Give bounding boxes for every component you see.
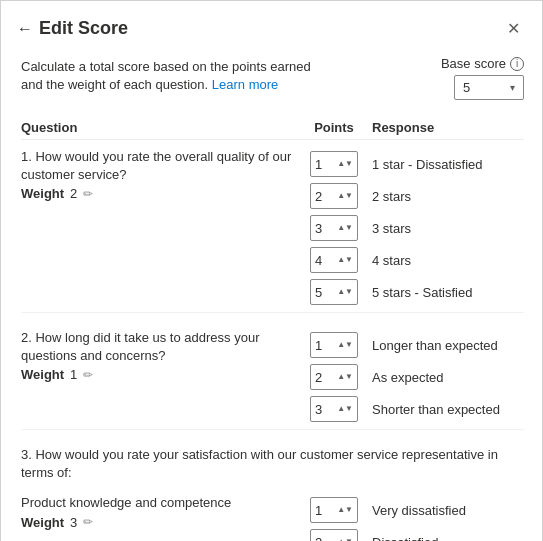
q1-points-input-4[interactable]: 4 ▲▼ xyxy=(310,247,358,273)
modal-header: ← Edit Score ✕ xyxy=(1,1,543,50)
q1-spinner-2[interactable]: ▲▼ xyxy=(337,192,353,200)
q2-text: 2. How long did it take us to address yo… xyxy=(21,329,304,365)
q1-weight-value: 2 xyxy=(70,186,77,201)
base-score-section: Base score i 5 ▾ xyxy=(404,56,524,100)
q1-response-text-2: 2 stars xyxy=(364,189,524,204)
back-icon: ← xyxy=(17,20,33,38)
q3-sub1-weight-label: Weight xyxy=(21,515,64,530)
q3-sub1-question-col: Product knowledge and competence Weight … xyxy=(21,494,304,541)
q2-points-input-3[interactable]: 3 ▲▼ xyxy=(310,396,358,422)
q3-sub1-edit-icon[interactable]: ✏ xyxy=(83,515,93,529)
q2-response-3: 3 ▲▼ Shorter than expected xyxy=(304,393,524,425)
modal-title: Edit Score xyxy=(39,18,503,39)
question-block-3: 3. How would you rate your satisfaction … xyxy=(21,438,524,541)
q1-response-2: 2 ▲▼ 2 stars xyxy=(304,180,524,212)
q1-spinner-1[interactable]: ▲▼ xyxy=(337,160,353,168)
q3-sub1-response-2: 2 ▲▼ Dissatisfied xyxy=(304,526,524,541)
back-button[interactable]: ← xyxy=(17,18,39,40)
edit-score-modal: ← Edit Score ✕ Calculate a total score b… xyxy=(1,1,543,541)
q2-row: 2. How long did it take us to address yo… xyxy=(21,321,524,430)
q1-spinner-5[interactable]: ▲▼ xyxy=(337,288,353,296)
q1-question-col: 1. How would you rate the overall qualit… xyxy=(21,148,304,308)
base-score-value: 5 xyxy=(463,80,470,95)
base-score-text: Base score xyxy=(441,56,506,71)
q2-spinner-2[interactable]: ▲▼ xyxy=(337,373,353,381)
q3-sub1-response-text-2: Dissatisfied xyxy=(364,535,524,541)
q1-response-3: 3 ▲▼ 3 stars xyxy=(304,212,524,244)
q3-sub1-label: Product knowledge and competence xyxy=(21,494,304,512)
q2-response-2: 2 ▲▼ As expected xyxy=(304,361,524,393)
q1-response-1: 1 ▲▼ 1 star - Dissatisfied xyxy=(304,148,524,180)
q1-edit-icon[interactable]: ✏ xyxy=(83,187,93,201)
q2-spinner-1[interactable]: ▲▼ xyxy=(337,341,353,349)
q1-responses-col: 1 ▲▼ 1 star - Dissatisfied 2 ▲▼ xyxy=(304,148,524,308)
table-header: Question Points Response xyxy=(21,112,524,140)
q1-response-text-5: 5 stars - Satisfied xyxy=(364,285,524,300)
q1-response-text-1: 1 star - Dissatisfied xyxy=(364,157,524,172)
q3-sub1-weight-value: 3 xyxy=(70,515,77,530)
q3-sub1-points-2-wrap: 2 ▲▼ xyxy=(304,529,364,541)
q2-response-text-2: As expected xyxy=(364,370,524,385)
col-header-points: Points xyxy=(304,120,364,135)
q1-points-input-3[interactable]: 3 ▲▼ xyxy=(310,215,358,241)
q3-sub1-spinner-1[interactable]: ▲▼ xyxy=(337,506,353,514)
q1-points-2-wrap: 2 ▲▼ xyxy=(304,183,364,209)
info-icon[interactable]: i xyxy=(510,57,524,71)
q3-sub1-points-input-2[interactable]: 2 ▲▼ xyxy=(310,529,358,541)
q2-points-1-wrap: 1 ▲▼ xyxy=(304,332,364,358)
q1-row: 1. How would you rate the overall qualit… xyxy=(21,140,524,313)
q3-sub1-responses-col: 1 ▲▼ Very dissatisfied 2 ▲▼ xyxy=(304,494,524,541)
q2-response-text-3: Shorter than expected xyxy=(364,402,524,417)
learn-more-link[interactable]: Learn more xyxy=(212,77,278,92)
q3-sub1-response-1: 1 ▲▼ Very dissatisfied xyxy=(304,494,524,526)
question-block-2: 2. How long did it take us to address yo… xyxy=(21,321,524,430)
q1-response-5: 5 ▲▼ 5 stars - Satisfied xyxy=(304,276,524,308)
q2-weight-label: Weight xyxy=(21,367,64,382)
q1-points-3-wrap: 3 ▲▼ xyxy=(304,215,364,241)
q2-question-col: 2. How long did it take us to address yo… xyxy=(21,329,304,425)
q1-response-4: 4 ▲▼ 4 stars xyxy=(304,244,524,276)
modal-content: Calculate a total score based on the poi… xyxy=(1,50,543,541)
close-icon: ✕ xyxy=(507,20,520,37)
q2-response-text-1: Longer than expected xyxy=(364,338,524,353)
description-block: Calculate a total score based on the poi… xyxy=(21,58,331,94)
q1-points-1-wrap: 1 ▲▼ xyxy=(304,151,364,177)
q1-response-text-3: 3 stars xyxy=(364,221,524,236)
q2-weight-value: 1 xyxy=(70,367,77,382)
question-block-1: 1. How would you rate the overall qualit… xyxy=(21,140,524,313)
q2-points-2-wrap: 2 ▲▼ xyxy=(304,364,364,390)
top-section: Calculate a total score based on the poi… xyxy=(21,50,524,112)
chevron-down-icon: ▾ xyxy=(510,82,515,93)
q3-sub1-points-1-wrap: 1 ▲▼ xyxy=(304,497,364,523)
q1-points-input-5[interactable]: 5 ▲▼ xyxy=(310,279,358,305)
q3-sub1-row: Product knowledge and competence Weight … xyxy=(21,486,524,541)
q2-weight-row: Weight 1 ✏ xyxy=(21,365,304,388)
q3-sub1-response-text-1: Very dissatisfied xyxy=(364,503,524,518)
q1-points-4-wrap: 4 ▲▼ xyxy=(304,247,364,273)
q1-points-input-1[interactable]: 1 ▲▼ xyxy=(310,151,358,177)
q3-text: 3. How would you rate your satisfaction … xyxy=(21,438,524,486)
q1-spinner-4[interactable]: ▲▼ xyxy=(337,256,353,264)
q1-spinner-3[interactable]: ▲▼ xyxy=(337,224,353,232)
q2-edit-icon[interactable]: ✏ xyxy=(83,368,93,382)
q1-points-input-2[interactable]: 2 ▲▼ xyxy=(310,183,358,209)
q1-points-5-wrap: 5 ▲▼ xyxy=(304,279,364,305)
col-header-response: Response xyxy=(364,120,524,135)
base-score-select[interactable]: 5 ▾ xyxy=(454,75,524,100)
q2-spinner-3[interactable]: ▲▼ xyxy=(337,405,353,413)
q3-sub1-weight-row: Weight 3 ✏ xyxy=(21,513,304,536)
q2-response-1: 1 ▲▼ Longer than expected xyxy=(304,329,524,361)
q2-points-input-2[interactable]: 2 ▲▼ xyxy=(310,364,358,390)
q3-sub1-points-input-1[interactable]: 1 ▲▼ xyxy=(310,497,358,523)
col-header-question: Question xyxy=(21,120,304,135)
close-button[interactable]: ✕ xyxy=(503,17,524,40)
q1-weight-row: Weight 2 ✏ xyxy=(21,184,304,207)
q1-text: 1. How would you rate the overall qualit… xyxy=(21,148,304,184)
q2-responses-col: 1 ▲▼ Longer than expected 2 ▲▼ xyxy=(304,329,524,425)
base-score-label: Base score i xyxy=(441,56,524,71)
q2-points-3-wrap: 3 ▲▼ xyxy=(304,396,364,422)
q1-weight-label: Weight xyxy=(21,186,64,201)
q2-points-input-1[interactable]: 1 ▲▼ xyxy=(310,332,358,358)
q1-response-text-4: 4 stars xyxy=(364,253,524,268)
